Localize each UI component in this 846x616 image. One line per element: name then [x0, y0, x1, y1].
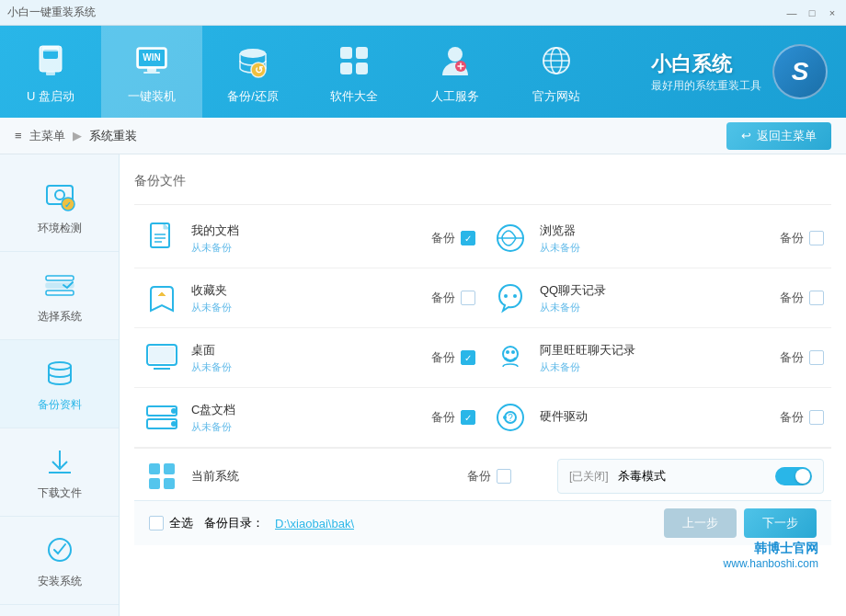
person-icon	[433, 39, 477, 83]
cdocs-info: C盘文档 从未备份	[191, 402, 422, 434]
sidebar-item-env[interactable]: ✓ 环境检测	[0, 164, 119, 252]
docs-checkbox[interactable]: ✓	[461, 231, 475, 245]
svg-point-56	[503, 416, 507, 419]
breadcrumb-left: ≡ 主菜单 ▶ 系统重装	[15, 128, 137, 144]
nav-item-backup[interactable]: ↺ 备份/还原	[202, 26, 303, 118]
svg-point-9	[240, 49, 266, 58]
prev-button[interactable]: 上一步	[664, 508, 737, 538]
cdocs-icon	[142, 397, 182, 438]
favorites-icon	[142, 278, 182, 318]
minimize-button[interactable]: —	[785, 6, 798, 19]
top-navigation: U 盘启动 WIN 一键装机 ↺ 备份/还原	[0, 26, 846, 118]
desktop-backup-label: 备份	[431, 349, 455, 366]
toggle-thumb	[795, 469, 810, 484]
globe-icon	[534, 39, 578, 83]
svg-point-48	[506, 350, 509, 354]
backup-item-cdocs: C盘文档 从未备份 备份 ✓	[134, 388, 483, 448]
nav-item-onekey[interactable]: WIN 一键装机	[101, 26, 202, 118]
backup-dir-path[interactable]: D:\xiaobai\bak\	[275, 517, 354, 530]
svg-rect-59	[164, 463, 175, 474]
sidebar-item-download[interactable]: 下载文件	[0, 428, 119, 517]
back-icon: ↩	[741, 129, 751, 143]
qq-action: 备份	[780, 290, 824, 306]
nav-item-usb[interactable]: U 盘启动	[0, 26, 101, 118]
svg-point-52	[171, 408, 177, 414]
antivirus-box: [已关闭] 杀毒模式	[557, 459, 824, 494]
backup-item-favorites: 收藏夹 从未备份 备份	[134, 268, 483, 328]
svg-rect-3	[42, 46, 59, 51]
cdocs-checkbox[interactable]: ✓	[461, 410, 475, 425]
aliww-icon	[490, 337, 531, 378]
qq-checkbox[interactable]	[809, 291, 824, 305]
svg-point-31	[49, 362, 71, 370]
svg-text:✓: ✓	[64, 200, 72, 210]
current-system-label: 当前系统	[191, 468, 458, 485]
select-icon	[41, 267, 78, 303]
favorites-checkbox[interactable]	[461, 291, 475, 305]
database-icon: ↺	[231, 39, 275, 83]
back-button[interactable]: ↩ 返回主菜单	[726, 122, 831, 150]
qq-backup-label: 备份	[780, 290, 804, 306]
sidebar-item-backup[interactable]: 备份资料	[0, 340, 119, 428]
content-area: 备份文件 我的文档 从未备份	[120, 154, 846, 616]
desktop-icon	[142, 337, 182, 378]
driver-checkbox[interactable]	[809, 410, 824, 425]
nav-label-usb: U 盘启动	[27, 88, 74, 105]
maximize-button[interactable]: □	[806, 6, 818, 19]
docs-info: 我的文档 从未备份	[191, 222, 422, 255]
docs-backup-label: 备份	[431, 230, 455, 246]
backup-item-docs: 我的文档 从未备份 备份 ✓	[134, 209, 483, 268]
svg-rect-2	[46, 72, 55, 75]
svg-rect-7	[143, 72, 160, 74]
cdocs-name: C盘文档	[191, 402, 422, 418]
svg-rect-28	[46, 276, 74, 280]
sidebar-label-select: 选择系统	[38, 309, 82, 325]
desktop-info: 桌面 从未备份	[191, 342, 422, 374]
next-button[interactable]: 下一步	[744, 508, 817, 538]
sidebar-label-env: 环境检测	[38, 221, 82, 236]
desktop-name: 桌面	[191, 342, 422, 359]
logo-text: 小白系统 最好用的系统重装工具	[651, 51, 761, 94]
sidebar-item-select[interactable]: 选择系统	[0, 252, 119, 340]
cdocs-action: 备份 ✓	[431, 409, 475, 426]
nav-item-website[interactable]: 官方网站	[506, 26, 607, 118]
nav-item-software[interactable]: 软件大全	[303, 26, 405, 118]
aliww-status: 从未备份	[540, 360, 771, 374]
antivirus-status: [已关闭]	[569, 469, 609, 485]
aliww-checkbox[interactable]	[809, 350, 824, 365]
antivirus-toggle[interactable]	[775, 467, 812, 485]
sidebar-label-download: 下载文件	[38, 485, 82, 501]
svg-rect-61	[164, 478, 175, 489]
backup-system-row: 当前系统 备份 [已关闭] 杀毒模式	[134, 448, 831, 500]
driver-action: 备份	[780, 409, 824, 426]
svg-rect-60	[149, 478, 160, 489]
section-header: 备份文件	[134, 164, 831, 205]
favorites-name: 收藏夹	[191, 282, 422, 299]
grid-icon	[332, 39, 376, 83]
system-checkbox[interactable]	[497, 469, 511, 484]
backup-item-browser: 浏览器 从未备份 备份	[483, 209, 831, 268]
browser-checkbox[interactable]	[809, 231, 824, 245]
select-all-checkbox[interactable]	[149, 516, 164, 530]
select-all[interactable]: 全选	[149, 515, 193, 531]
svg-rect-15	[356, 63, 368, 74]
nav-label-software: 软件大全	[330, 88, 378, 105]
browser-status: 从未备份	[540, 241, 771, 255]
nav-item-service[interactable]: 人工服务	[405, 26, 506, 118]
driver-name: 硬件驱动	[540, 408, 771, 425]
svg-point-16	[448, 47, 463, 62]
install-icon	[41, 531, 78, 568]
svg-point-49	[511, 350, 515, 354]
aliww-backup-label: 备份	[780, 349, 804, 366]
monitor-icon: WIN	[130, 39, 174, 83]
back-label: 返回主菜单	[757, 128, 817, 144]
sidebar-item-install[interactable]: 安装系统	[0, 517, 119, 605]
cdocs-backup-label: 备份	[431, 409, 455, 426]
close-button[interactable]: ×	[826, 6, 839, 19]
backup-item-qq: QQ聊天记录 从未备份 备份	[483, 268, 831, 328]
desktop-checkbox[interactable]: ✓	[461, 350, 475, 365]
logo-area: 小白系统 最好用的系统重装工具 S	[651, 26, 846, 118]
svg-rect-12	[340, 47, 352, 59]
nav-label-website: 官方网站	[532, 88, 580, 105]
system-backup-label: 备份	[467, 468, 491, 485]
